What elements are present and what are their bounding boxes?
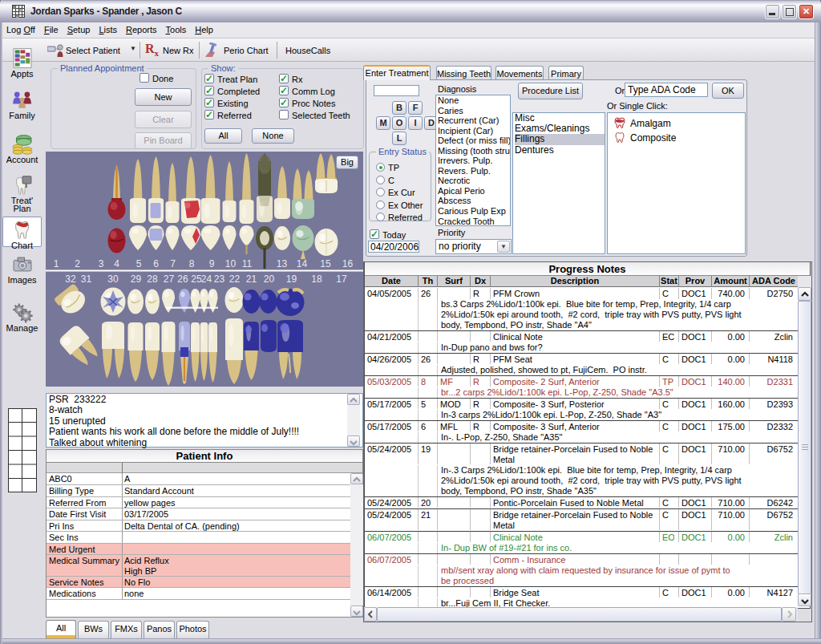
svg-text:32: 32 xyxy=(65,273,76,285)
svg-text:13: 13 xyxy=(277,258,288,269)
svg-text:22: 22 xyxy=(229,273,241,285)
svg-text:11: 11 xyxy=(242,258,253,269)
svg-text:31: 31 xyxy=(81,273,92,285)
svg-text:6: 6 xyxy=(153,258,159,269)
svg-text:18: 18 xyxy=(311,273,322,285)
svg-text:7: 7 xyxy=(170,258,176,269)
svg-text:27: 27 xyxy=(164,273,175,285)
svg-text:3: 3 xyxy=(99,258,104,269)
svg-text:17: 17 xyxy=(336,273,347,285)
svg-text:14: 14 xyxy=(297,258,308,269)
svg-text:29: 29 xyxy=(131,273,142,285)
svg-text:24: 24 xyxy=(201,273,212,285)
svg-text:20: 20 xyxy=(264,273,275,285)
svg-text:30: 30 xyxy=(107,273,119,285)
svg-text:16: 16 xyxy=(342,258,354,269)
svg-text:19: 19 xyxy=(286,273,297,285)
svg-text:8: 8 xyxy=(189,258,195,269)
svg-text:26: 26 xyxy=(177,273,188,285)
svg-text:23: 23 xyxy=(214,273,225,285)
svg-text:15: 15 xyxy=(320,258,331,269)
svg-text:9: 9 xyxy=(209,258,215,269)
svg-text:5: 5 xyxy=(136,258,142,269)
svg-text:2: 2 xyxy=(75,258,80,269)
svg-text:28: 28 xyxy=(147,273,158,285)
svg-text:10: 10 xyxy=(225,258,237,269)
svg-text:1: 1 xyxy=(54,258,59,269)
svg-text:4: 4 xyxy=(114,258,119,269)
svg-text:21: 21 xyxy=(246,273,257,285)
